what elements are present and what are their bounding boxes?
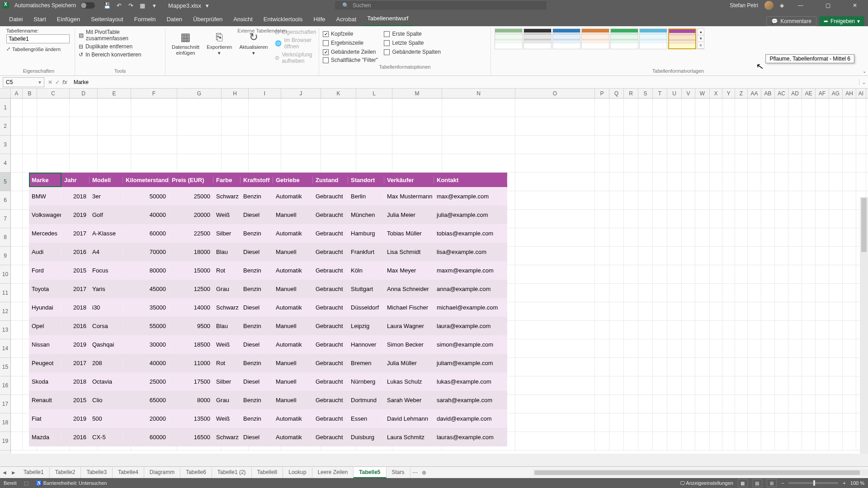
column-header[interactable]: H — [222, 89, 249, 98]
zoom-level[interactable]: 100 % — [850, 480, 864, 486]
row-header[interactable]: 13 — [0, 321, 10, 339]
ribbon-tab-seitenlayout[interactable]: Seitenlayout — [85, 12, 129, 26]
ribbon-tab-ansicht[interactable]: Ansicht — [228, 12, 258, 26]
column-header[interactable]: V — [682, 89, 695, 98]
table-cell[interactable]: Automatik — [273, 304, 313, 311]
table-row[interactable]: Peugeot20172084000011000RotBenzinManuell… — [29, 354, 507, 372]
status-display-settings[interactable]: 🖵 Anzeigeeinstellungen — [680, 480, 733, 486]
zoom-out-icon[interactable]: − — [781, 480, 784, 486]
table-cell[interactable]: Schwarz — [213, 193, 241, 200]
table-cell[interactable]: 17500 — [169, 378, 213, 385]
table-cell[interactable]: 60000 — [123, 230, 169, 237]
column-header[interactable]: J — [281, 89, 321, 98]
table-cell[interactable]: Hyundai — [29, 304, 61, 311]
opt-first-checkbox[interactable]: Erste Spalte — [384, 31, 440, 37]
table-cell[interactable]: Volkswagen — [29, 211, 61, 218]
row-header[interactable]: 17 — [0, 395, 10, 413]
table-cell[interactable]: 500 — [90, 415, 123, 422]
column-header[interactable]: F — [131, 89, 177, 98]
fx-icon[interactable]: fx — [62, 79, 67, 85]
table-cell[interactable]: Hannover — [348, 341, 384, 348]
table-cell[interactable]: Lukas Schulz — [384, 378, 434, 385]
table-cell[interactable]: Benzin — [241, 267, 273, 274]
table-cell[interactable]: Max Mustermann — [384, 193, 434, 200]
resize-table-button[interactable]: Tabellengröße ändern — [12, 47, 61, 52]
row-header[interactable]: 15 — [0, 358, 10, 376]
table-cell[interactable]: Manuell — [273, 323, 313, 329]
table-cell[interactable]: Max Meyer — [384, 267, 434, 274]
table-cell[interactable]: 50000 — [123, 193, 169, 200]
table-cell[interactable]: i30 — [90, 304, 123, 311]
row-header[interactable]: 4 — [0, 154, 10, 173]
table-header-cell[interactable]: Modell — [90, 177, 123, 183]
sheet-tab[interactable]: Tabelle3 — [81, 467, 113, 478]
table-cell[interactable]: 80000 — [123, 267, 169, 274]
column-header[interactable]: AE — [802, 89, 816, 98]
table-cell[interactable]: Anna Schneider — [384, 286, 434, 292]
table-cell[interactable]: Toyota — [29, 286, 61, 292]
user-name[interactable]: Stefan Petri — [730, 2, 758, 9]
table-cell[interactable]: Gebraucht — [313, 304, 348, 311]
column-header[interactable]: AB — [761, 89, 775, 98]
column-header[interactable]: W — [695, 89, 710, 98]
column-header[interactable]: A — [11, 89, 23, 98]
table-cell[interactable]: Rot — [213, 267, 241, 274]
table-cell[interactable]: 13500 — [169, 415, 213, 422]
table-cell[interactable]: 2015 — [61, 397, 90, 404]
redo-icon[interactable]: ↷ — [127, 1, 135, 9]
sheet-tab[interactable]: Tabelle2 — [50, 467, 81, 478]
opt-banded-rows-checkbox[interactable]: Gebänderte Zeilen — [323, 49, 376, 55]
column-header[interactable]: R — [624, 89, 638, 98]
row-header[interactable]: 16 — [0, 376, 10, 395]
table-cell[interactable]: 12500 — [169, 286, 213, 292]
table-cell[interactable]: Köln — [348, 267, 384, 274]
table-cell[interactable]: Peugeot — [29, 360, 61, 366]
table-cell[interactable]: Diesel — [241, 249, 273, 255]
table-cell[interactable]: 11000 — [169, 360, 213, 366]
page-break-view-icon[interactable]: ⊞ — [767, 479, 777, 487]
table-cell[interactable]: Tobias Müller — [384, 230, 434, 237]
table-cell[interactable]: Automatik — [273, 230, 313, 237]
table-header-cell[interactable]: Zustand — [313, 177, 348, 183]
column-header[interactable]: I — [249, 89, 281, 98]
table-cell[interactable]: Diesel — [241, 211, 273, 218]
ribbon-expand-icon[interactable]: ⌄ — [863, 69, 866, 74]
sheet-tab[interactable]: Tabelle8 — [252, 467, 283, 478]
table-row[interactable]: BMW20183er5000025000SchwarzBenzinAutomat… — [29, 187, 507, 206]
table-cell[interactable]: Manuell — [273, 360, 313, 366]
table-style-thumb[interactable] — [524, 28, 552, 49]
table-cell[interactable]: 60000 — [123, 434, 169, 441]
column-header[interactable]: S — [638, 89, 653, 98]
sheet-more-icon[interactable]: ⋯ — [410, 469, 420, 476]
table-cell[interactable]: Berlin — [348, 193, 384, 200]
table-cell[interactable]: 35000 — [123, 304, 169, 311]
column-header[interactable]: C — [37, 89, 70, 98]
column-header[interactable]: E — [98, 89, 131, 98]
table-cell[interactable]: Audi — [29, 249, 61, 255]
table-cell[interactable]: Ford — [29, 267, 61, 274]
row-header[interactable]: 8 — [0, 228, 10, 247]
table-cell[interactable]: 18500 — [169, 341, 213, 348]
table-cell[interactable]: laura@example.com — [434, 323, 507, 329]
formula-input[interactable]: Marke — [71, 79, 859, 85]
row-header[interactable]: 18 — [0, 413, 10, 432]
table-row[interactable]: Mercedes2017A-Klasse6000022500SilberBenz… — [29, 224, 507, 243]
table-cell[interactable]: Benzin — [241, 230, 273, 237]
ribbon-tab-start[interactable]: Start — [28, 12, 51, 26]
table-cell[interactable]: 20000 — [123, 415, 169, 422]
table-cell[interactable]: Manuell — [273, 397, 313, 404]
column-header[interactable]: Q — [609, 89, 624, 98]
table-cell[interactable]: 3er — [90, 193, 123, 200]
table-style-thumb[interactable] — [668, 28, 696, 49]
table-cell[interactable]: Automatik — [273, 415, 313, 422]
name-box[interactable]: C5 ▾ — [3, 77, 44, 87]
table-cell[interactable]: Nürnberg — [348, 378, 384, 385]
column-header[interactable]: T — [653, 89, 667, 98]
table-cell[interactable]: Gebraucht — [313, 378, 348, 385]
column-header[interactable]: X — [710, 89, 722, 98]
table-cell[interactable]: Opel — [29, 323, 61, 329]
table-cell[interactable]: Octavia — [90, 378, 123, 385]
table-cell[interactable]: Automatik — [273, 267, 313, 274]
zoom-in-icon[interactable]: + — [843, 480, 845, 486]
table-cell[interactable]: Gebraucht — [313, 249, 348, 255]
